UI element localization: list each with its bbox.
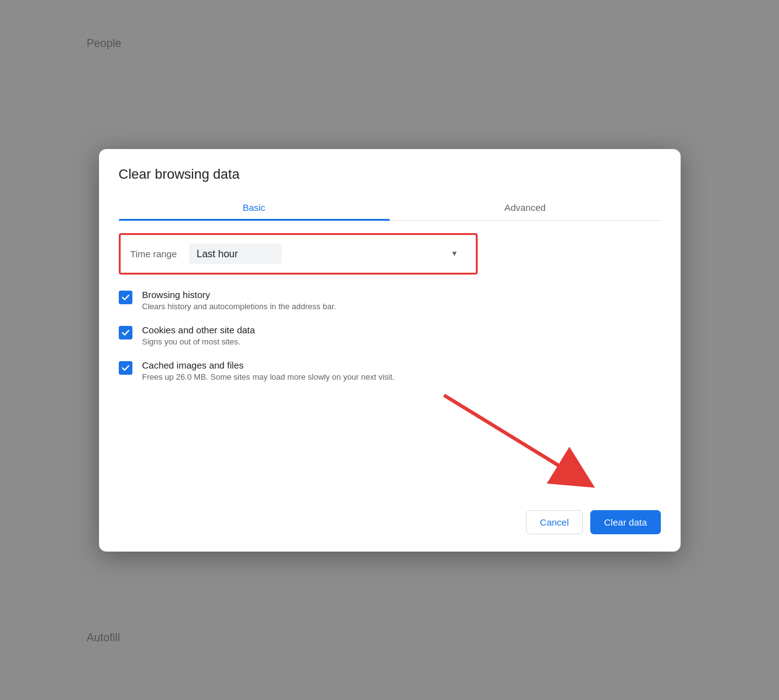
svg-line-1 [444,395,576,476]
clear-data-button[interactable]: Clear data [590,510,660,534]
checkbox-list: Browsing history Clears history and auto… [119,289,661,382]
cookies-desc: Signs you out of most sites. [142,337,256,346]
checkbox-item-cached: Cached images and files Frees up 26.0 MB… [119,360,661,382]
cancel-button[interactable]: Cancel [526,510,583,534]
cached-desc: Frees up 26.0 MB. Some sites may load mo… [142,372,395,382]
checkbox-cookies[interactable] [119,326,132,339]
tab-basic[interactable]: Basic [119,195,390,220]
browsing-history-title: Browsing history [142,289,337,300]
annotation-arrow [119,382,661,505]
checkbox-browsing-history[interactable] [119,291,132,304]
browsing-history-content: Browsing history Clears history and auto… [142,289,337,311]
bg-autofill-label: Autofill [87,631,120,644]
cookies-content: Cookies and other site data Signs you ou… [142,325,256,346]
checkbox-item-browsing-history: Browsing history Clears history and auto… [119,289,661,311]
tab-advanced[interactable]: Advanced [390,195,661,220]
dialog-footer: Cancel Clear data [119,510,661,534]
cached-title: Cached images and files [142,360,395,370]
time-range-label: Time range [131,249,177,259]
dialog-title: Clear browsing data [119,166,661,182]
time-range-select-wrapper: Last hour Last 24 hours Last 7 days Last… [189,244,466,264]
bg-people-label: People [87,37,121,50]
time-range-section: Time range Last hour Last 24 hours Last … [119,233,478,275]
cookies-title: Cookies and other site data [142,325,256,335]
cached-content: Cached images and files Frees up 26.0 MB… [142,360,395,382]
checkbox-cached[interactable] [119,361,132,375]
checkbox-item-cookies: Cookies and other site data Signs you ou… [119,325,661,346]
clear-browsing-data-dialog: Clear browsing data Basic Advanced Time … [99,149,681,552]
browsing-history-desc: Clears history and autocompletions in th… [142,302,337,311]
time-range-select[interactable]: Last hour Last 24 hours Last 7 days Last… [189,244,282,264]
tab-bar: Basic Advanced [119,195,661,221]
annotation-arrow-container [119,382,661,505]
